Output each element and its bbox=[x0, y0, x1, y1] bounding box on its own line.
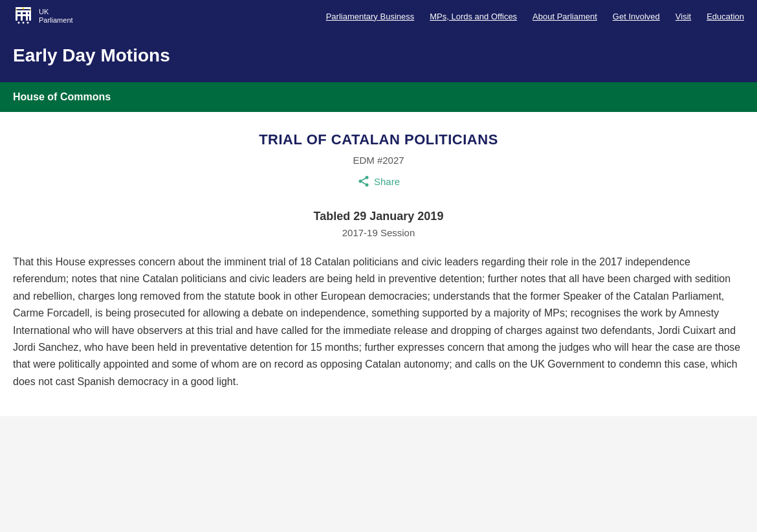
share-label: Share bbox=[374, 176, 400, 187]
nav-education[interactable]: Education bbox=[707, 12, 744, 21]
svg-rect-5 bbox=[16, 10, 31, 12]
svg-point-11 bbox=[16, 9, 17, 10]
svg-line-18 bbox=[362, 178, 366, 180]
svg-point-14 bbox=[365, 176, 368, 179]
parliament-logo-icon bbox=[13, 6, 34, 27]
svg-point-12 bbox=[23, 8, 25, 10]
tabled-date: Tabled 29 January 2019 bbox=[13, 210, 744, 223]
house-bar: House of Commons bbox=[0, 82, 757, 112]
nav-mps-lords-offices[interactable]: MPs, Lords and Offices bbox=[430, 12, 517, 21]
nav-get-involved[interactable]: Get Involved bbox=[613, 12, 660, 21]
nav-visit[interactable]: Visit bbox=[675, 12, 691, 21]
main-nav: Parliamentary Business MPs, Lords and Of… bbox=[326, 12, 744, 21]
svg-line-17 bbox=[362, 182, 366, 184]
svg-point-15 bbox=[358, 180, 362, 183]
edm-title: TRIAL OF CATALAN POLITICIANS bbox=[13, 131, 744, 148]
svg-point-10 bbox=[27, 22, 29, 24]
share-icon bbox=[357, 175, 370, 188]
house-label: House of Commons bbox=[13, 91, 111, 102]
share-button[interactable]: Share bbox=[357, 175, 400, 188]
svg-point-16 bbox=[365, 183, 368, 186]
edm-body-text: That this House expresses concern about … bbox=[13, 254, 744, 390]
main-content: TRIAL OF CATALAN POLITICIANS EDM #2027 S… bbox=[0, 112, 757, 416]
nav-parliamentary-business[interactable]: Parliamentary Business bbox=[326, 12, 415, 21]
logo-line1: UK bbox=[39, 8, 73, 16]
page-title-banner: Early Day Motions bbox=[0, 32, 757, 82]
logo-text-block: UK Parliament bbox=[39, 8, 73, 25]
edm-title-section: TRIAL OF CATALAN POLITICIANS EDM #2027 S… bbox=[13, 131, 744, 190]
svg-rect-7 bbox=[29, 10, 31, 21]
tabled-section: Tabled 29 January 2019 2017-19 Session bbox=[13, 210, 744, 238]
page-title: Early Day Motions bbox=[13, 45, 744, 66]
session-text: 2017-19 Session bbox=[13, 227, 744, 238]
edm-number: EDM #2027 bbox=[13, 155, 744, 166]
svg-point-13 bbox=[30, 9, 31, 10]
nav-about-parliament[interactable]: About Parliament bbox=[532, 12, 597, 21]
svg-point-9 bbox=[23, 22, 25, 24]
logo[interactable]: UK Parliament bbox=[13, 6, 73, 27]
svg-point-8 bbox=[18, 22, 20, 24]
svg-rect-6 bbox=[16, 14, 31, 16]
logo-line2: Parliament bbox=[39, 16, 73, 25]
site-header: UK Parliament Parliamentary Business MPs… bbox=[0, 0, 757, 32]
